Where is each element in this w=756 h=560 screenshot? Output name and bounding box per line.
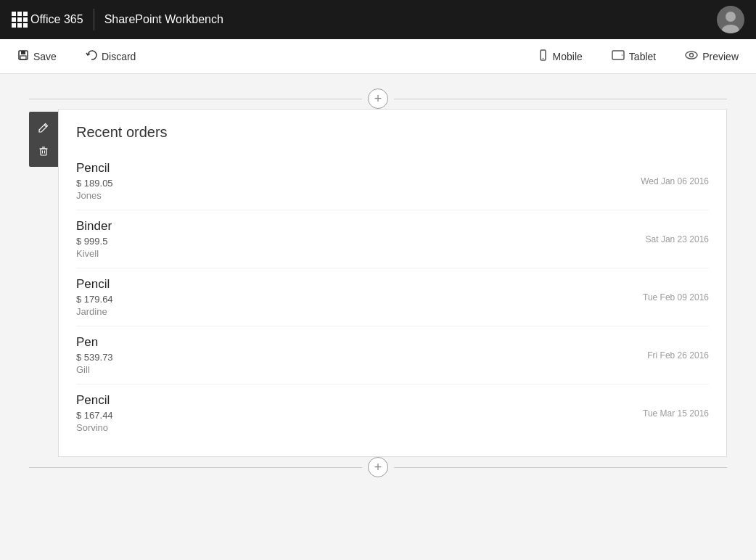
plus-icon-bottom: + <box>374 461 382 474</box>
mobile-icon <box>537 49 548 63</box>
order-person-2: Jardine <box>76 306 113 317</box>
order-item: Binder $ 999.5 Kivell Sat Jan 23 2016 <box>76 210 709 268</box>
svg-point-10 <box>686 52 697 59</box>
svg-rect-4 <box>21 51 25 54</box>
order-person-3: Gill <box>76 364 113 375</box>
mobile-button[interactable]: Mobile <box>531 46 588 66</box>
pencil-icon <box>38 123 49 133</box>
bottom-add-zone-line-right <box>394 467 727 468</box>
order-item: Pencil $ 179.64 Jardine Tue Feb 09 2016 <box>76 268 709 326</box>
tablet-icon <box>612 49 625 63</box>
bottom-add-button[interactable]: + <box>368 457 388 477</box>
order-item: Pen $ 539.73 Gill Fri Feb 26 2016 <box>76 326 709 384</box>
bottom-add-zone-line-left <box>29 467 362 468</box>
main-content: + Recent orders <box>0 74 756 560</box>
order-date-0: Wed Jan 06 2016 <box>641 176 709 186</box>
order-price-2: $ 179.64 <box>76 294 113 305</box>
order-date-3: Fri Feb 26 2016 <box>647 350 709 361</box>
order-item: Pencil $ 167.44 Sorvino Tue Mar 15 2016 <box>76 384 709 442</box>
discard-icon <box>86 49 97 63</box>
svg-point-9 <box>622 54 623 56</box>
order-date-2: Tue Feb 09 2016 <box>643 292 709 302</box>
svg-point-7 <box>542 58 543 59</box>
toolbar: Save Discard Mobile <box>0 39 756 74</box>
svg-rect-13 <box>41 149 46 155</box>
edit-webpart-button[interactable] <box>33 118 54 138</box>
order-left-4: Pencil $ 167.44 Sorvino <box>76 393 113 433</box>
order-name-4: Pencil <box>76 393 113 408</box>
plus-icon: + <box>374 92 382 105</box>
order-price-3: $ 539.73 <box>76 352 113 363</box>
bottom-add-zone[interactable]: + <box>29 457 727 477</box>
preview-icon <box>685 49 698 63</box>
order-price-4: $ 167.44 <box>76 410 113 421</box>
topbar: Office 365 SharePoint Workbench <box>0 0 756 39</box>
toolbar-right: Mobile Tablet Preview <box>531 46 744 66</box>
avatar-icon <box>717 6 744 33</box>
order-left-3: Pen $ 539.73 Gill <box>76 335 113 375</box>
webpart-title: Recent orders <box>76 124 709 141</box>
add-zone-line-left <box>29 99 362 99</box>
order-person-0: Jones <box>76 190 113 201</box>
svg-line-12 <box>44 125 46 127</box>
order-person-1: Kivell <box>76 248 112 259</box>
app-subtitle: SharePoint Workbench <box>104 13 223 26</box>
save-button[interactable]: Save <box>12 46 62 66</box>
trash-icon <box>38 146 49 156</box>
webpart-container: Recent orders Pencil $ 189.05 Jones Wed … <box>29 109 727 457</box>
discard-button[interactable]: Discard <box>80 46 141 66</box>
order-left-1: Binder $ 999.5 Kivell <box>76 219 112 259</box>
webpart-card: Recent orders Pencil $ 189.05 Jones Wed … <box>58 109 727 457</box>
order-person-4: Sorvino <box>76 422 113 433</box>
preview-button[interactable]: Preview <box>679 46 744 66</box>
order-name-0: Pencil <box>76 161 113 176</box>
app-grid-icon[interactable] <box>12 12 28 28</box>
order-name-1: Binder <box>76 219 112 234</box>
svg-point-11 <box>690 54 694 57</box>
order-name-2: Pencil <box>76 277 113 292</box>
tablet-button[interactable]: Tablet <box>606 46 662 66</box>
order-date-1: Sat Jan 23 2016 <box>646 234 709 244</box>
order-left-0: Pencil $ 189.05 Jones <box>76 161 113 201</box>
order-item: Pencil $ 189.05 Jones Wed Jan 06 2016 <box>76 152 709 210</box>
top-add-zone[interactable]: + <box>29 88 727 109</box>
order-price-0: $ 189.05 <box>76 178 113 189</box>
webpart-controls <box>29 112 58 167</box>
save-icon <box>17 49 29 63</box>
order-name-3: Pen <box>76 335 113 350</box>
orders-list: Pencil $ 189.05 Jones Wed Jan 06 2016 Bi… <box>76 152 709 442</box>
order-price-1: $ 999.5 <box>76 236 112 247</box>
top-add-button[interactable]: + <box>368 88 388 109</box>
app-title: Office 365 <box>30 13 83 26</box>
delete-webpart-button[interactable] <box>33 141 54 161</box>
topbar-divider <box>94 9 94 30</box>
avatar[interactable] <box>717 6 744 33</box>
add-zone-line-right <box>394 99 727 99</box>
order-date-4: Tue Mar 15 2016 <box>643 408 709 419</box>
order-left-2: Pencil $ 179.64 Jardine <box>76 277 113 317</box>
svg-point-1 <box>726 12 736 22</box>
